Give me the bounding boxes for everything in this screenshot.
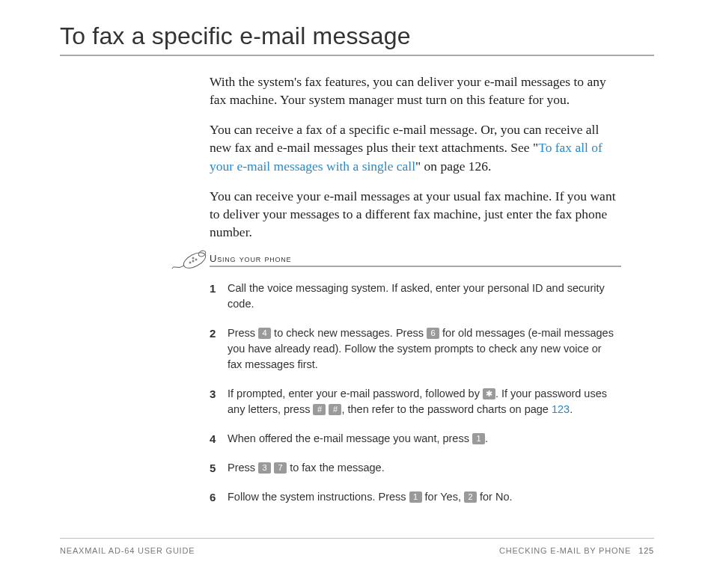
step-number: 1 <box>210 281 216 297</box>
step-text-a: Follow the system instructions. Press <box>228 491 409 503</box>
step-text-a: When offered the e-mail message you want… <box>228 432 472 444</box>
section-rule <box>210 266 621 267</box>
keycap-7: 7 <box>274 462 287 474</box>
page-footer: NEAXMAIL AD-64 USER GUIDE CHECKING E-MAI… <box>60 538 654 555</box>
section-heading: Using your phone <box>210 253 621 264</box>
intro-paragraph-1: With the system's fax features, you can … <box>210 73 617 108</box>
intro-paragraph-2: You can receive a fax of a specific e-ma… <box>210 120 617 174</box>
step-number: 5 <box>210 460 216 477</box>
keycap-hash: # <box>329 404 341 415</box>
step-text-b: to check new messages. Press <box>271 327 427 339</box>
keycap-2: 2 <box>464 491 477 503</box>
step-text-b: . <box>485 432 488 444</box>
svg-point-5 <box>192 257 194 259</box>
keycap-4: 4 <box>258 328 271 339</box>
keycap-star: ✱ <box>483 388 495 399</box>
step-1: 1 Call the voice messaging system. If as… <box>210 281 617 312</box>
footer-left: NEAXMAIL AD-64 USER GUIDE <box>60 546 195 555</box>
intro-paragraph-3: You can receive your e-mail messages at … <box>210 187 617 241</box>
keycap-hash: # <box>313 404 326 415</box>
phone-handset-icon <box>171 247 210 272</box>
footer-rule <box>60 538 654 539</box>
footer-row: NEAXMAIL AD-64 USER GUIDE CHECKING E-MAI… <box>60 546 654 555</box>
step-number: 6 <box>210 489 216 506</box>
step-5: 5 Press 3 7 to fax the message. <box>210 460 617 476</box>
footer-right: CHECKING E-MAIL BY PHONE125 <box>499 546 654 555</box>
svg-point-2 <box>192 260 194 262</box>
step-text-c: for No. <box>477 491 513 503</box>
step-text-e: . <box>570 403 573 415</box>
steps-list: 1 Call the voice messaging system. If as… <box>210 281 617 505</box>
step-6: 6 Follow the system instructions. Press … <box>210 489 617 505</box>
step-4: 4 When offered the e-mail message you wa… <box>210 431 617 447</box>
section-heading-row: Using your phone <box>210 253 621 267</box>
procedure-section: Using your phone 1 Call the voice messag… <box>172 253 654 505</box>
step-text-c: to fax the message. <box>287 462 385 474</box>
page-title: To fax a specific e-mail message <box>60 22 654 50</box>
svg-point-4 <box>189 262 191 263</box>
step-number: 2 <box>210 325 216 342</box>
keycap-6: 6 <box>427 328 439 339</box>
keycap-3: 3 <box>258 462 271 474</box>
keycap-1: 1 <box>472 433 485 444</box>
step-text-a: Press <box>228 462 258 474</box>
xref-link-page-123[interactable]: 123 <box>552 403 570 415</box>
step-3: 3 If prompted, enter your e-mail passwor… <box>210 386 617 417</box>
step-text-d: , then refer to the password charts on p… <box>341 403 552 415</box>
step-number: 3 <box>210 386 216 402</box>
page: To fax a specific e-mail message With th… <box>0 0 714 588</box>
footer-section: CHECKING E-MAIL BY PHONE <box>499 546 631 555</box>
title-rule <box>60 55 654 56</box>
page-number: 125 <box>638 546 654 555</box>
body-column: With the system's fax features, you can … <box>210 73 617 241</box>
keycap-1: 1 <box>409 491 422 503</box>
step-text: Call the voice messaging system. If aske… <box>228 282 605 310</box>
step-2: 2 Press 4 to check new messages. Press 6… <box>210 325 617 373</box>
p2-text-b: " on page 126. <box>415 159 491 174</box>
step-number: 4 <box>210 431 216 447</box>
step-text-b: for Yes, <box>422 491 464 503</box>
step-text-a: If prompted, enter your e-mail password,… <box>228 388 483 399</box>
step-text-a: Press <box>228 327 258 339</box>
svg-point-0 <box>181 250 208 272</box>
svg-point-3 <box>195 259 197 260</box>
